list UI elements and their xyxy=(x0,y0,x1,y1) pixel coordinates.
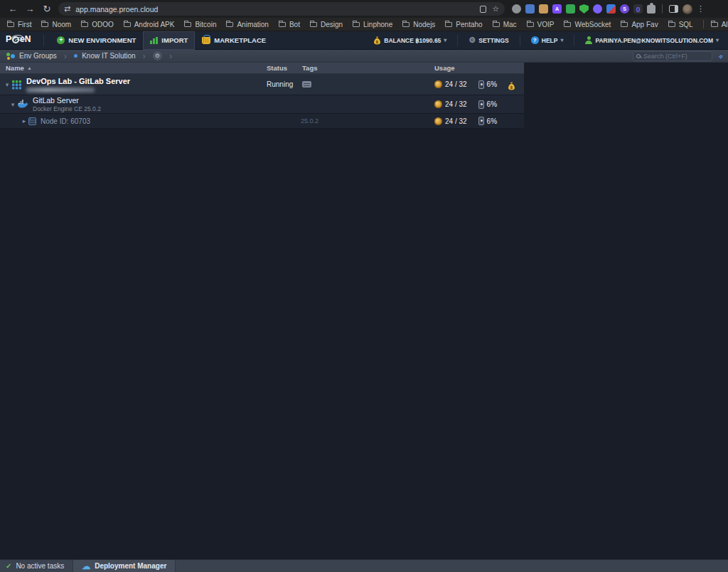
environment-url-redacted xyxy=(26,88,95,92)
all-bookmarks-label: All Bookmarks xyxy=(722,21,728,28)
disk-usage-icon xyxy=(478,117,484,125)
marketplace-button[interactable]: MARKETPLACE xyxy=(195,31,273,50)
settings-button[interactable]: ⚙ SETTINGS xyxy=(464,31,513,50)
column-usage[interactable]: Usage xyxy=(434,64,455,72)
environments-grid: Name ▲ Status Tags Usage ▾ DevOps Lab - … xyxy=(0,63,524,129)
bookmark-star-icon[interactable]: ☆ xyxy=(492,4,499,14)
extension-icon-3[interactable] xyxy=(539,4,548,14)
import-button[interactable]: IMPORT xyxy=(143,31,195,50)
breadcrumb-bar: Env Groups › Know IT Solution › ⚙ › » xyxy=(0,50,728,63)
bookmark-folder-first[interactable]: First xyxy=(7,21,31,28)
all-bookmarks[interactable]: All Bookmarks xyxy=(711,21,728,28)
svg-text:฿: ฿ xyxy=(510,85,513,89)
extension-icon-10[interactable]: () xyxy=(633,4,643,14)
save-share-icon[interactable] xyxy=(480,6,486,13)
profile-avatar[interactable] xyxy=(682,4,692,14)
balance-label: BALANCE ฿1090.65 xyxy=(384,37,441,44)
user-email: PARINYA.PEN@KNOWITSOLUTION.COM xyxy=(595,37,713,44)
deployment-manager-label: Deployment Manager xyxy=(95,562,166,570)
bookmark-folder-voip[interactable]: VOIP xyxy=(527,21,555,28)
bookmark-folder-websocket[interactable]: WebSocket xyxy=(564,21,611,28)
column-name[interactable]: Name ▲ xyxy=(6,64,32,72)
side-panel-icon[interactable] xyxy=(669,5,678,13)
folder-icon xyxy=(564,22,571,27)
extension-icon-2[interactable] xyxy=(525,4,535,14)
bookmark-folder-design[interactable]: Design xyxy=(310,21,343,28)
bookmark-folder-linphone[interactable]: Linphone xyxy=(353,21,392,28)
bookmark-folder-android-apk[interactable]: Android APK xyxy=(124,21,175,28)
node-id: Node ID: 60703 xyxy=(41,117,90,125)
import-label: IMPORT xyxy=(161,36,188,44)
address-bar[interactable]: ⇄ app.manage.proen.cloud ☆ xyxy=(58,2,505,16)
billing-icon[interactable]: ฿ xyxy=(508,80,515,89)
bookmark-folder-pentaho[interactable]: Pentaho xyxy=(445,21,482,28)
extension-icon-1[interactable] xyxy=(512,4,521,14)
deployment-manager-tab[interactable]: ☁ Deployment Manager xyxy=(73,560,176,572)
extension-icon-4[interactable]: A xyxy=(552,4,562,14)
node-group-name: GitLab Server xyxy=(33,96,101,105)
cloudlet-coin-icon xyxy=(434,117,442,125)
column-status[interactable]: Status xyxy=(267,64,287,72)
tags-icon[interactable] xyxy=(302,81,311,88)
collapse-caret-icon[interactable]: ▾ xyxy=(9,101,17,108)
bookmark-folder-noom[interactable]: Noom xyxy=(41,21,71,28)
cloudlets-value: 24 / 32 xyxy=(445,100,467,108)
bookmark-label: Design xyxy=(321,21,343,28)
disk-value: 6% xyxy=(487,80,497,88)
disk-value: 6% xyxy=(487,100,497,108)
chevron-down-icon: ▾ xyxy=(444,37,446,43)
extension-icon-8[interactable] xyxy=(606,4,616,14)
search-input[interactable] xyxy=(643,53,709,60)
docker-icon xyxy=(17,100,28,109)
environment-row[interactable]: ▾ DevOps Lab - GitLab Server Running 24 … xyxy=(0,74,524,95)
extensions-puzzle-icon[interactable] xyxy=(647,5,655,14)
group-name-label: Know IT Solution xyxy=(82,52,135,60)
gear-icon: ⚙ xyxy=(469,36,476,45)
group-crumb[interactable]: Know IT Solution xyxy=(74,52,135,60)
user-menu-button[interactable]: PARINYA.PEN@KNOWITSOLUTION.COM ▾ xyxy=(580,31,724,50)
balance-button[interactable]: ฿ BALANCE ฿1090.65 ▾ xyxy=(368,31,451,50)
collapse-panel-icon[interactable]: » xyxy=(716,51,725,60)
column-tags[interactable]: Tags xyxy=(302,64,317,72)
new-environment-label: NEW ENVIRONMENT xyxy=(68,36,136,44)
bookmark-folder-bot[interactable]: Bot xyxy=(279,21,300,28)
node-group-row[interactable]: ▾ GitLab Server Docker Engine CE 25.0.2 … xyxy=(0,95,524,114)
folder-icon xyxy=(621,22,628,27)
bookmark-folder-mac[interactable]: Mac xyxy=(493,21,517,28)
collapse-caret-icon[interactable]: ▾ xyxy=(3,81,11,88)
env-groups-crumb[interactable]: Env Groups xyxy=(6,52,57,60)
bookmark-label: Nodejs xyxy=(413,21,435,28)
extension-icon-7[interactable] xyxy=(593,4,602,14)
site-settings-icon[interactable]: ⇄ xyxy=(64,4,70,14)
bookmark-folder-odoo[interactable]: ODOO xyxy=(81,21,114,28)
folder-icon xyxy=(279,22,286,27)
node-row[interactable]: ▸ Node ID: 60703 25.0.2 24 / 32 6% xyxy=(0,114,524,129)
new-environment-button[interactable]: + NEW ENVIRONMENT xyxy=(50,31,143,50)
svg-text:฿: ฿ xyxy=(376,39,379,43)
proen-logo[interactable]: P eN xyxy=(0,34,38,46)
extension-icon-9[interactable]: S xyxy=(620,4,629,14)
url-text[interactable]: app.manage.proen.cloud xyxy=(75,5,476,14)
search-box[interactable] xyxy=(633,51,712,61)
browser-menu-icon[interactable]: ⋮ xyxy=(697,4,705,14)
group-settings-icon[interactable]: ⚙ xyxy=(153,51,162,60)
bookmark-folder-nodejs[interactable]: Nodejs xyxy=(402,21,435,28)
reload-icon[interactable]: ↻ xyxy=(38,0,55,18)
bookmark-folder-app-fav[interactable]: App Fav xyxy=(621,21,658,28)
back-icon[interactable]: ← xyxy=(4,0,21,18)
folder-icon xyxy=(310,22,317,27)
extension-icon-5[interactable] xyxy=(566,4,575,14)
tasks-label: No active tasks xyxy=(16,562,64,570)
header-divider xyxy=(43,35,44,46)
bookmark-folder-sql[interactable]: SQL xyxy=(668,21,693,28)
cloudlets-value: 24 / 32 xyxy=(445,117,467,125)
shield-extension-icon[interactable] xyxy=(579,4,589,14)
lens-icon xyxy=(12,36,19,43)
expand-caret-icon[interactable]: ▸ xyxy=(20,117,28,125)
help-button[interactable]: ? HELP ▾ xyxy=(526,31,569,50)
bookmark-folder-bitcoin[interactable]: Bitcoin xyxy=(184,21,216,28)
cloudlets-value: 24 / 32 xyxy=(445,80,467,88)
bookmark-folder-animation[interactable]: Animation xyxy=(226,21,268,28)
forward-icon[interactable]: → xyxy=(21,0,38,18)
node-tag: 25.0.2 xyxy=(301,114,318,128)
